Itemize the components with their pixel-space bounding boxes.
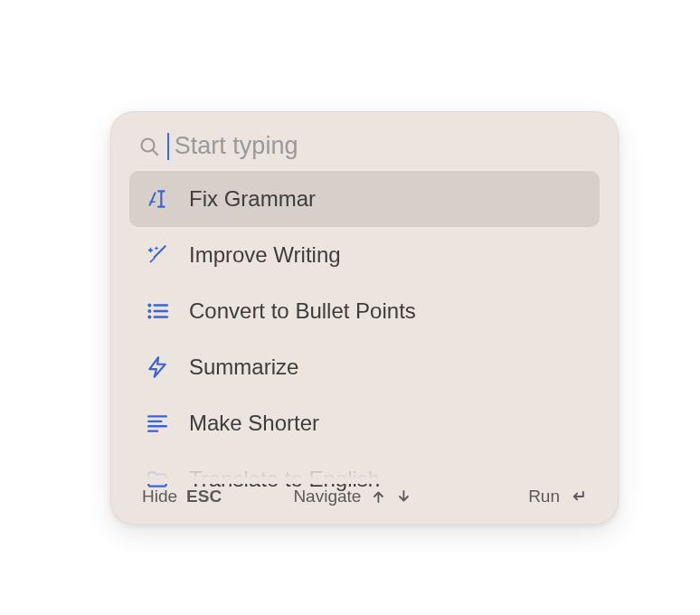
command-item-label: Summarize [189, 355, 298, 380]
magic-wand-icon [146, 243, 169, 267]
arrow-down-icon [395, 488, 411, 505]
command-item-label: Improve Writing [189, 242, 341, 268]
esc-key-label: ESC [186, 487, 222, 506]
command-palette: Fix Grammar Improve Writing [110, 111, 619, 525]
svg-point-5 [147, 316, 151, 319]
search-row [111, 112, 618, 167]
command-item-label: Make Shorter [189, 411, 319, 436]
svg-line-1 [153, 150, 157, 155]
command-item-summarize[interactable]: Summarize [129, 339, 600, 395]
hide-label: Hide [142, 487, 177, 506]
command-item-bullet-points[interactable]: Convert to Bullet Points [129, 283, 600, 339]
hint-hide: Hide ESC [142, 487, 222, 506]
text-caret [167, 133, 169, 160]
svg-point-3 [147, 304, 151, 308]
arrow-up-icon [370, 488, 386, 505]
svg-point-0 [142, 138, 155, 151]
navigate-label: Navigate [293, 487, 361, 506]
command-item-label: Convert to Bullet Points [189, 298, 416, 324]
align-left-icon [146, 412, 169, 435]
command-list: Fix Grammar Improve Writing [111, 167, 618, 507]
return-key-icon [569, 487, 587, 506]
command-item-fix-grammar[interactable]: Fix Grammar [129, 171, 600, 227]
command-item-label: Fix Grammar [189, 186, 316, 212]
bolt-icon [146, 355, 169, 379]
bullet-list-icon [146, 299, 169, 323]
hint-navigate: Navigate [293, 487, 411, 506]
search-icon [138, 136, 160, 157]
footer-hints: Hide ESC Navigate Run [111, 477, 618, 524]
text-cursor-icon [146, 187, 169, 211]
command-item-make-shorter[interactable]: Make Shorter [129, 395, 600, 451]
hint-run: Run [528, 487, 587, 506]
search-input[interactable] [175, 132, 591, 160]
svg-point-4 [147, 309, 151, 313]
command-item-improve-writing[interactable]: Improve Writing [129, 227, 600, 283]
run-label: Run [528, 487, 560, 506]
